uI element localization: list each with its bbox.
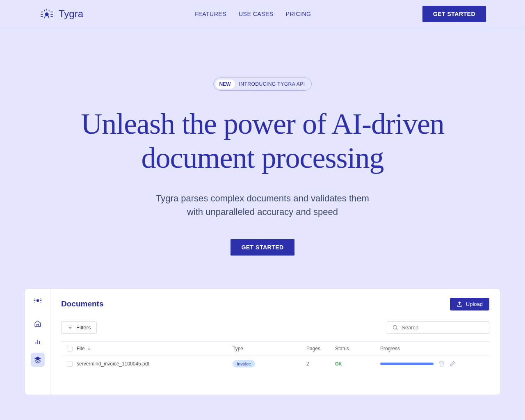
badge-announcement-text: INTRODUCING TYGRA API	[239, 81, 305, 87]
svg-line-28	[396, 329, 397, 330]
progress-bar	[380, 363, 434, 365]
trash-icon[interactable]	[438, 361, 445, 367]
search-input[interactable]	[402, 324, 484, 331]
documents-table: File Type Pages Status Progress servermi…	[61, 341, 489, 372]
type-chip: Invoice	[233, 360, 255, 368]
brand-name: Tygra	[59, 8, 83, 20]
row-checkbox[interactable]	[67, 361, 73, 367]
col-header-progress[interactable]: Progress	[380, 346, 484, 352]
cell-status: OK	[335, 361, 380, 367]
tygra-logo-icon	[39, 8, 55, 20]
nav-features[interactable]: FEATURES	[194, 11, 226, 17]
app-header: Documents Upload	[61, 298, 489, 310]
hero-section: NEW INTRODUCING TYGRA API Unleash the po…	[0, 28, 525, 288]
svg-marker-22	[35, 357, 41, 360]
app-title: Documents	[61, 299, 103, 308]
edit-icon[interactable]	[450, 361, 456, 367]
sidebar-analytics[interactable]	[31, 335, 45, 349]
get-started-button[interactable]: GET STARTED	[422, 6, 486, 22]
table-header-row: File Type Pages Status Progress	[61, 341, 489, 356]
filters-button[interactable]: Filters	[61, 321, 97, 334]
svg-point-2	[47, 14, 48, 14]
site-header: Tygra FEATURES USE CASES PRICING GET STA…	[0, 0, 525, 28]
svg-point-12	[37, 299, 39, 301]
col-header-type[interactable]: Type	[233, 346, 306, 352]
svg-point-27	[393, 325, 397, 329]
home-icon	[34, 320, 41, 327]
sort-desc-icon	[87, 347, 91, 351]
select-all-checkbox[interactable]	[67, 346, 73, 352]
col-header-pages[interactable]: Pages	[306, 346, 335, 352]
svg-point-1	[46, 14, 46, 14]
sidebar-documents[interactable]	[31, 353, 45, 367]
col-header-file[interactable]: File	[77, 346, 233, 352]
bar-chart-icon	[34, 338, 41, 345]
app-main: Documents Upload Filters	[50, 289, 500, 395]
sidebar-logo-icon	[32, 296, 43, 304]
filter-icon	[67, 324, 73, 330]
table-row[interactable]: servermind_invoice_1100045.pdf Invoice 2…	[61, 356, 489, 372]
search-icon	[392, 324, 398, 331]
app-preview: Documents Upload Filters	[25, 288, 500, 395]
app-toolbar: Filters	[61, 321, 489, 334]
cell-progress	[380, 361, 484, 367]
cell-file: servermind_invoice_1100045.pdf	[77, 361, 233, 367]
upload-button[interactable]: Upload	[450, 298, 489, 310]
hero-title: Unleash the power of AI-driven document …	[25, 107, 500, 175]
badge-new-label: NEW	[215, 80, 235, 89]
app-sidebar	[25, 289, 50, 395]
hero-get-started-button[interactable]: GET STARTED	[231, 239, 294, 256]
search-box[interactable]	[387, 321, 489, 334]
layers-icon	[34, 356, 41, 363]
upload-icon	[457, 301, 463, 307]
sidebar-home[interactable]	[31, 317, 45, 331]
main-nav: FEATURES USE CASES PRICING	[194, 11, 311, 17]
brand-logo[interactable]: Tygra	[39, 8, 83, 20]
status-badge-ok: OK	[335, 361, 342, 366]
col-header-status[interactable]: Status	[335, 346, 380, 352]
hero-subtitle: Tygra parses complex documents and valid…	[25, 192, 500, 219]
announcement-badge[interactable]: NEW INTRODUCING TYGRA API	[213, 78, 312, 91]
nav-pricing[interactable]: PRICING	[286, 11, 311, 17]
nav-use-cases[interactable]: USE CASES	[239, 11, 274, 17]
cell-pages: 2	[306, 361, 335, 367]
cell-type: Invoice	[233, 360, 306, 368]
